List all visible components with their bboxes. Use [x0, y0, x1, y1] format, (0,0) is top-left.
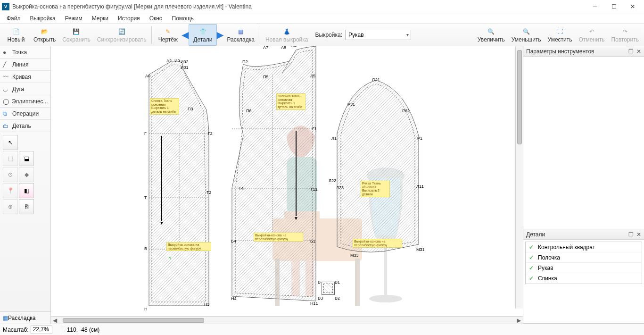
tool-pin[interactable]: 📍	[3, 183, 18, 198]
mode-details-button[interactable]: 👕 Детали	[189, 24, 217, 46]
titlebar: V Выкройка-основа на перегибистую фигуру…	[0, 0, 644, 13]
list-item[interactable]: ✓Рукав	[526, 263, 642, 273]
new-label: Новый	[7, 36, 25, 43]
note-sleeve: Рукав Ткань основная Вырезать 2 детали	[361, 181, 390, 197]
dock-params: Параметры инструментов ❐ ✕	[523, 46, 644, 229]
cat-point[interactable]: ●Точка	[0, 46, 50, 59]
scroll-right-icon[interactable]: ▶	[515, 317, 523, 324]
canvas[interactable]: Спинка Ткань основная Вырезать 1 деталь …	[51, 46, 523, 316]
sleeve-outline	[327, 79, 426, 259]
pattern-dropdown[interactable]: Рукав	[345, 30, 411, 40]
open-label: Открыть	[33, 36, 56, 43]
pattern-back: Спинка Ткань основная Вырезать 1 деталь …	[145, 56, 216, 310]
statusbar: Масштаб: 22,7% 110, -48 (см)	[0, 324, 644, 335]
zoom-in-button[interactable]: 🔍 Увеличить	[474, 24, 508, 46]
canvas-wrap: Спинка Ткань основная Вырезать 1 деталь …	[51, 46, 523, 324]
details-label: Детали	[193, 36, 212, 43]
arc-icon: ◡	[3, 86, 9, 92]
tool-union[interactable]: ⬓	[19, 151, 34, 166]
line-icon: ╱	[3, 61, 9, 68]
zoom-fit-label: Уместить	[548, 36, 572, 43]
scale-input[interactable]: 22,7%	[31, 326, 52, 334]
mode-layout-button[interactable]: ▦ Раскладка	[223, 24, 258, 46]
cat-operations[interactable]: ⧉Операции	[0, 108, 50, 120]
caption-sleeve: Выкройка-основа на перегибистую фигуру	[353, 239, 402, 248]
save-label: Сохранить	[62, 36, 91, 43]
ellipse-icon: ◯	[3, 98, 9, 105]
pattern-selector-group: Выкройка: Рукав	[315, 30, 411, 40]
close-button[interactable]: ✕	[623, 0, 642, 13]
scrollbar-horizontal[interactable]: ◀ ▶	[51, 316, 523, 324]
status-separator	[63, 326, 63, 334]
cat-ellipse[interactable]: ◯Эллиптичес...	[0, 95, 50, 108]
save-icon: 💾	[72, 27, 81, 36]
layout-icon: ▦	[236, 27, 246, 36]
layout-mode-button[interactable]: ▦ Раскладка	[0, 311, 50, 324]
menu-history[interactable]: История	[113, 14, 145, 23]
scrollbar-vertical[interactable]	[515, 46, 523, 309]
caption-front: Выкройка-основа на перегибистую фигуру	[254, 233, 303, 242]
tool-grid: ↖ ⬚ ⬓ ⊙ ◆ 📍 ◧ ⊕ ⎘	[0, 132, 50, 217]
toolbar: 📄 Новый 📂 Открыть 💾 Сохранить 🔄 Синхрони…	[0, 24, 644, 46]
dock-float-icon[interactable]: ❐	[628, 231, 634, 238]
open-button[interactable]: 📂 Открыть	[30, 24, 59, 46]
shirt-icon: 👕	[198, 27, 207, 36]
window-title: Выкройка-основа на перегибистую фигуру.v…	[12, 3, 586, 10]
tool-seam[interactable]: ⬚	[3, 151, 18, 166]
menu-pattern[interactable]: Выкройка	[25, 14, 60, 23]
zoom-out-label: Уменьшить	[512, 36, 541, 43]
save-button[interactable]: 💾 Сохранить	[59, 24, 94, 46]
sync-icon: 🔄	[117, 27, 126, 36]
tool-insert[interactable]: ◧	[19, 183, 34, 198]
dock-close-icon[interactable]: ✕	[636, 48, 641, 55]
caption-back: Выкройка-основа на перегибистую фигуру	[166, 242, 211, 251]
minimize-button[interactable]: ─	[586, 0, 604, 13]
back-outline	[145, 56, 216, 310]
sync-label: Синхронизировать	[97, 36, 147, 43]
list-item[interactable]: ✓Контрольный квадрат	[526, 242, 642, 252]
right-dock: Параметры инструментов ❐ ✕ Детали ❐ ✕ ✓К…	[523, 46, 644, 324]
undo-button[interactable]: ↶ Отменить	[576, 24, 608, 46]
check-icon: ✓	[528, 255, 534, 260]
dock-details: Детали ❐ ✕ ✓Контрольный квадрат ✓Полочка…	[523, 229, 644, 324]
check-icon: ✓	[528, 244, 534, 250]
zoom-fit-button[interactable]: ⛶ Уместить	[545, 24, 576, 46]
menu-window[interactable]: Окно	[145, 14, 167, 23]
new-button[interactable]: 📄 Новый	[2, 24, 30, 46]
tool-node[interactable]: ⊙	[3, 167, 18, 182]
pattern-sleeve: Рукав Ткань основная Вырезать 2 детали В…	[327, 79, 426, 259]
redo-button[interactable]: ↷ Повторить	[608, 24, 642, 46]
menu-file[interactable]: Файл	[2, 14, 25, 23]
cat-curve[interactable]: 〰Кривая	[0, 71, 50, 83]
maximize-button[interactable]: ☐	[604, 0, 623, 13]
tool-export[interactable]: ⎘	[19, 199, 34, 214]
tool-anchor[interactable]: ◆	[19, 167, 34, 182]
cat-line[interactable]: ╱Линия	[0, 59, 50, 71]
sync-button[interactable]: 🔄 Синхронизировать	[94, 24, 150, 46]
cat-arc[interactable]: ◡Дуга	[0, 83, 50, 95]
menu-measurements[interactable]: Мерки	[87, 14, 113, 23]
zoom-out-button[interactable]: 🔍 Уменьшить	[508, 24, 545, 46]
mode-draft-button[interactable]: ✎ Чертёж	[154, 24, 182, 46]
bullet-icon: ●	[3, 49, 9, 56]
list-item[interactable]: ✓Спинка	[526, 273, 642, 284]
dock-close-icon[interactable]: ✕	[636, 231, 641, 238]
zoom-out-icon: 🔍	[521, 27, 531, 36]
new-pattern-button[interactable]: 👗 Новая выкройка	[262, 24, 312, 46]
note-front: Полочка Ткань основная Вырезать 1 деталь…	[276, 93, 305, 110]
toolbar-separator	[151, 26, 152, 44]
menu-help[interactable]: Помощь	[167, 14, 198, 23]
redo-label: Повторить	[611, 36, 639, 43]
file-new-icon: 📄	[11, 27, 21, 36]
dock-float-icon[interactable]: ❐	[628, 48, 634, 55]
list-item[interactable]: ✓Полочка	[526, 252, 642, 263]
content: ●Точка ╱Линия 〰Кривая ◡Дуга ◯Эллиптичес.…	[0, 46, 644, 324]
scroll-left-icon[interactable]: ◀	[51, 317, 59, 324]
check-icon: ✓	[528, 276, 534, 281]
menu-mode[interactable]: Режим	[60, 14, 87, 23]
tool-grainline[interactable]: ⊕	[3, 199, 18, 214]
pattern-control-square: В В1 В3 В2	[320, 280, 339, 299]
tool-pointer[interactable]: ↖	[3, 135, 18, 150]
cat-detail[interactable]: 🗀Деталь	[0, 120, 50, 132]
details-list: ✓Контрольный квадрат ✓Полочка ✓Рукав ✓Сп…	[525, 242, 642, 284]
